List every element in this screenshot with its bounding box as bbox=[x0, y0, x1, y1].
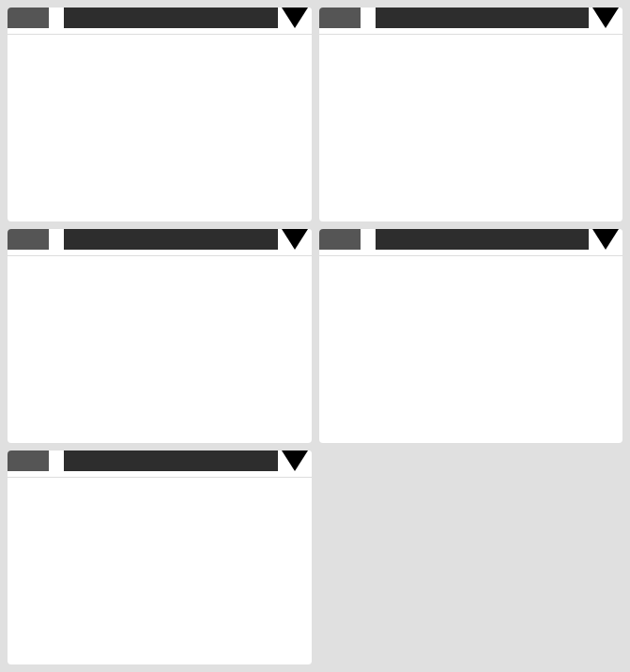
col-form bbox=[340, 252, 387, 253]
race-card-8 bbox=[319, 229, 623, 443]
race-arrow bbox=[278, 451, 312, 471]
col-trainer bbox=[502, 30, 619, 32]
race-time bbox=[361, 229, 376, 250]
race-time bbox=[49, 229, 64, 250]
col-horse bbox=[75, 473, 192, 475]
col-trainer bbox=[192, 252, 308, 253]
race-title-block bbox=[64, 229, 278, 250]
arrow-icon bbox=[282, 229, 308, 250]
col-trainer bbox=[192, 30, 308, 32]
race-card-4 bbox=[8, 451, 312, 664]
col-horse bbox=[75, 252, 192, 253]
arrow-icon bbox=[282, 451, 308, 471]
race-time bbox=[361, 8, 376, 28]
arrow-icon bbox=[592, 8, 619, 28]
race-number bbox=[319, 8, 361, 28]
race-number bbox=[8, 8, 49, 28]
col-form bbox=[340, 30, 387, 32]
arrow-icon bbox=[282, 8, 308, 28]
arrow-icon bbox=[592, 229, 619, 250]
column-headers bbox=[8, 471, 312, 478]
col-form bbox=[28, 30, 75, 32]
col-form bbox=[28, 473, 75, 475]
race-card-2 bbox=[319, 8, 623, 221]
race-arrow bbox=[278, 229, 312, 250]
race-arrow bbox=[589, 229, 622, 250]
col-form bbox=[28, 252, 75, 253]
race-header bbox=[8, 229, 312, 250]
race-time bbox=[49, 451, 64, 471]
race-card-1 bbox=[8, 8, 312, 221]
race-arrow bbox=[278, 8, 312, 28]
race-header bbox=[319, 229, 623, 250]
race-number bbox=[319, 229, 361, 250]
column-headers bbox=[319, 28, 623, 35]
race-number bbox=[8, 229, 49, 250]
race-title-block bbox=[376, 229, 590, 250]
column-headers bbox=[319, 250, 623, 256]
race-title-block bbox=[64, 8, 278, 28]
race-card-9 bbox=[8, 229, 312, 443]
race-time bbox=[49, 8, 64, 28]
race-title-block bbox=[376, 8, 590, 28]
race-header bbox=[8, 451, 312, 471]
col-horse bbox=[387, 252, 503, 253]
col-horse bbox=[387, 30, 503, 32]
column-headers bbox=[8, 250, 312, 256]
race-header bbox=[319, 8, 623, 28]
race-arrow bbox=[589, 8, 622, 28]
race-header bbox=[8, 8, 312, 28]
race-title-block bbox=[64, 451, 278, 471]
col-trainer bbox=[192, 473, 308, 475]
col-horse bbox=[75, 30, 192, 32]
col-trainer bbox=[502, 252, 619, 253]
column-headers bbox=[8, 28, 312, 35]
race-number bbox=[8, 451, 49, 471]
